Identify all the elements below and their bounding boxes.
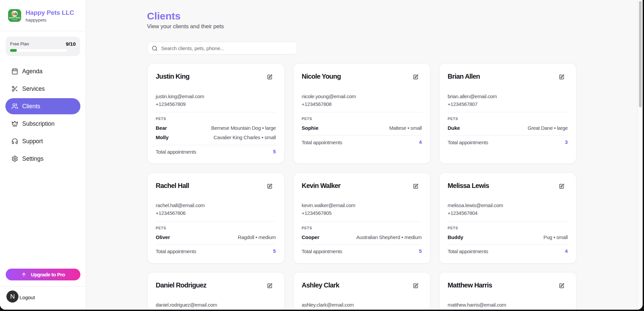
svg-text:PETS R US: PETS R US <box>12 19 17 21</box>
svg-text:HAPPY PETS: HAPPY PETS <box>9 17 20 19</box>
